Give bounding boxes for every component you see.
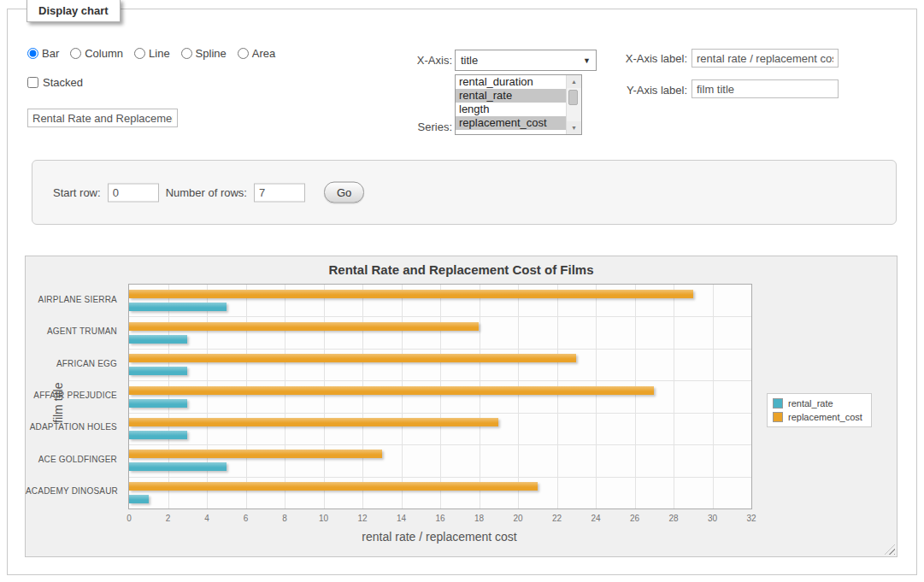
chart-type-option-column[interactable]: Column — [70, 47, 123, 60]
num-rows-input[interactable] — [254, 183, 305, 202]
scroll-down-icon[interactable]: ▼ — [567, 121, 581, 134]
legend-item: rental_rate — [771, 397, 864, 410]
x-tick-label: 10 — [319, 514, 328, 523]
scrollbar-thumb[interactable] — [568, 90, 578, 105]
chart-title-input[interactable] — [27, 109, 178, 127]
chart-type-radio-spline[interactable] — [181, 48, 192, 59]
gridline — [713, 285, 714, 509]
gridline — [402, 285, 403, 509]
go-button[interactable]: Go — [324, 182, 364, 203]
category-label: AFFAIR PREJUDICE — [26, 391, 117, 400]
x-tick-label: 24 — [591, 514, 600, 523]
gridline — [674, 285, 674, 509]
gridline — [440, 285, 441, 509]
gridline — [129, 380, 751, 381]
chart-type-radio-group: BarColumnLineSplineArea — [27, 47, 275, 60]
gridline — [557, 285, 558, 509]
series-listbox[interactable]: rental_durationrental_ratelengthreplacem… — [455, 74, 582, 135]
chart-type-option-bar[interactable]: Bar — [27, 47, 59, 60]
bar-rental_rate — [129, 367, 187, 375]
bar-rental_rate — [129, 335, 187, 344]
x-tick-label: 0 — [127, 514, 132, 523]
series-option-length[interactable]: length — [456, 103, 566, 116]
stacked-checkbox-row[interactable]: Stacked — [27, 76, 83, 89]
panel-title: Display chart — [26, 0, 121, 22]
rows-panel: Start row: Number of rows: Go — [32, 160, 897, 225]
scrollbar[interactable]: ▲ ▼ — [566, 75, 581, 134]
chart-container: Rental Rate and Replacement Cost of Film… — [25, 256, 898, 557]
x-axis-label-input[interactable] — [692, 49, 839, 68]
x-axis-select[interactable]: title ▼ — [455, 50, 597, 71]
chart-x-axis-label: rental rate / replacement cost — [128, 530, 750, 544]
gridline — [596, 285, 597, 509]
series-option-rental_rate[interactable]: rental_rate — [456, 89, 566, 103]
gridline — [129, 349, 751, 350]
chart-type-label: Bar — [42, 47, 59, 60]
chart-type-label: Column — [85, 47, 123, 60]
stacked-checkbox[interactable] — [27, 77, 38, 88]
chart-title: Rental Rate and Replacement Cost of Film… — [26, 262, 897, 277]
gridline — [246, 285, 247, 509]
x-tick-label: 8 — [282, 514, 287, 523]
chart-type-option-area[interactable]: Area — [238, 47, 275, 60]
category-axis: AIRPLANE SIERRAAGENT TRUMANAFRICAN EGGAF… — [26, 284, 123, 508]
gridline — [518, 285, 519, 509]
series-option-replacement_cost[interactable]: replacement_cost — [456, 116, 566, 130]
x-tick-label: 26 — [630, 514, 639, 523]
x-tick-label: 28 — [668, 514, 678, 523]
x-axis-select-label: X-Axis: — [385, 54, 452, 67]
y-axis-label-field-label: Y-Axis label: — [612, 84, 687, 97]
x-tick-label: 30 — [708, 514, 717, 523]
bar-replacement_cost — [129, 290, 693, 298]
x-axis-label-field-label: X-Axis label: — [612, 52, 687, 65]
bar-replacement_cost — [129, 450, 382, 458]
rows-controls: Start row: Number of rows: Go — [53, 182, 364, 203]
chart-type-label: Area — [252, 47, 275, 60]
chart-type-label: Spline — [196, 47, 227, 60]
chart-type-option-spline[interactable]: Spline — [181, 47, 227, 60]
start-row-label: Start row: — [53, 186, 101, 199]
chart-type-radio-column[interactable] — [70, 48, 81, 59]
gridline — [324, 285, 325, 509]
legend-label: replacement_cost — [788, 412, 862, 422]
chart-legend: rental_ratereplacement_cost — [767, 393, 872, 427]
plot-area: 02468101214161820222426283032 — [128, 284, 752, 509]
chart-type-radio-line[interactable] — [134, 48, 145, 59]
series-options: rental_durationrental_ratelengthreplacem… — [456, 75, 566, 134]
page: Display chart BarColumnLineSplineArea St… — [0, 0, 924, 582]
x-tick-label: 32 — [746, 514, 756, 523]
start-row-input[interactable] — [108, 183, 159, 202]
bar-rental_rate — [129, 431, 187, 439]
x-tick-label: 12 — [357, 514, 367, 523]
num-rows-label: Number of rows: — [166, 186, 247, 199]
category-label: ACE GOLDFINGER — [26, 455, 117, 464]
x-tick-label: 2 — [166, 514, 171, 523]
x-tick-label: 20 — [513, 514, 522, 523]
category-label: AFRICAN EGG — [26, 359, 117, 368]
bar-replacement_cost — [129, 354, 576, 362]
chart-type-label: Line — [149, 47, 170, 60]
x-tick-label: 18 — [474, 514, 484, 523]
chart-type-option-line[interactable]: Line — [134, 47, 170, 60]
bar-rental_rate — [129, 399, 187, 408]
series-option-rental_duration[interactable]: rental_duration — [456, 75, 566, 89]
gridline — [129, 316, 751, 317]
series-label: Series: — [385, 121, 452, 133]
y-axis-label-input[interactable] — [692, 79, 839, 98]
x-tick-label: 14 — [397, 514, 406, 523]
chart-type-radio-area[interactable] — [238, 48, 249, 59]
resize-handle-icon[interactable] — [885, 544, 895, 555]
x-tick-label: 4 — [204, 514, 209, 523]
gridline — [129, 444, 751, 445]
scrollbar-track[interactable] — [567, 88, 581, 121]
gridline — [362, 285, 363, 509]
gridline — [207, 285, 208, 509]
x-tick-label: 22 — [552, 514, 562, 523]
x-tick-label: 16 — [435, 514, 444, 523]
scroll-up-icon[interactable]: ▲ — [567, 75, 581, 88]
gridline — [168, 285, 169, 509]
chart-type-radio-bar[interactable] — [27, 48, 38, 59]
bar-rental_rate — [129, 495, 149, 503]
display-chart-panel: Display chart BarColumnLineSplineArea St… — [7, 9, 917, 575]
category-label: AIRPLANE SIERRA — [26, 295, 117, 304]
